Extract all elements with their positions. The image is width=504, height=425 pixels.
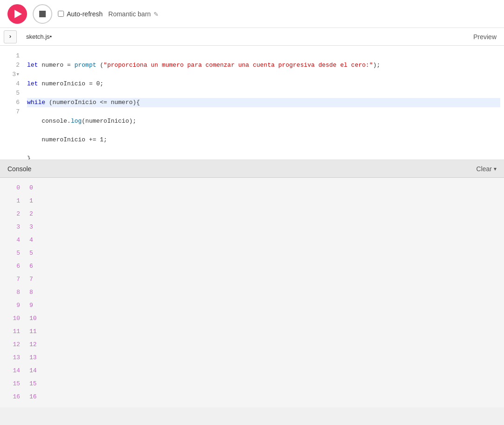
console-num-6: 6 [4,260,20,273]
console-num-17: 17 [4,404,20,407]
code-line-3: while (numeroInicio <= numero){ [27,98,500,107]
line-num-6: 6 [6,98,20,107]
console-val-12: 12 [29,338,500,351]
sketch-tab[interactable]: sketch.js• [21,31,57,42]
chevron-right-icon: › [8,33,12,40]
console-header: Console Clear ▾ [0,160,504,178]
console-val-17: 17 [29,404,500,407]
console-val-10: 10 [29,312,500,325]
console-val-0: 0 [29,181,500,195]
console-num-13: 13 [4,351,20,364]
auto-refresh-label[interactable]: Auto-refresh [58,10,103,18]
line-num-5: 5 [6,89,20,98]
run-button[interactable] [7,4,27,24]
console-val-13: 13 [29,351,500,364]
console-val-3: 3 [29,221,500,234]
code-line-2: let numeroInicio = 0; [27,79,500,89]
line-num-3: 3▾ [6,70,20,79]
console-num-7: 7 [4,273,20,286]
console-output: 0 1 2 3 4 5 6 7 8 9 10 11 12 13 14 15 16… [0,178,504,407]
console-num-12: 12 [4,338,20,351]
line-num-2: 2 [6,61,20,70]
stop-icon [39,11,46,17]
console-val-4: 4 [29,234,500,247]
toolbar: Auto-refresh Romantic barn ✎ [0,0,504,28]
console-val-7: 7 [29,273,500,286]
edit-icon: ✎ [154,11,159,18]
console-num-8: 8 [4,286,20,299]
console-val-2: 2 [29,208,500,221]
console-num-5: 5 [4,247,20,260]
line-num-7: 7 [6,107,20,117]
console-val-6: 6 [29,260,500,273]
console-num-10: 10 [4,312,20,325]
console-num-16: 16 [4,390,20,404]
console-num-11: 11 [4,325,20,338]
editor-area: 1 2 3▾ 4 5 6 7 let numero = prompt ("pro… [0,46,504,160]
stop-button[interactable] [33,4,52,24]
console-label: Console [7,165,31,173]
play-icon [14,10,22,18]
console-output-numbers: 0 1 2 3 4 5 6 7 8 9 10 11 12 13 14 15 16… [0,178,26,407]
tab-arrow-button[interactable]: › [4,30,17,43]
project-name: Romantic barn ✎ [108,10,159,18]
preview-button[interactable]: Preview [469,31,500,42]
console-num-9: 9 [4,299,20,312]
code-editor[interactable]: let numero = prompt ("proporciona un mum… [23,46,504,160]
code-line-5: numeroInicio += 1; [27,135,500,145]
chevron-down-icon: ▾ [494,166,497,172]
line-num-1: 1 [6,51,20,61]
code-line-4: console.log(numeroInicio); [27,117,500,126]
code-line-6: } [27,154,500,160]
console-val-9: 9 [29,299,500,312]
console-num-3: 3 [4,221,20,234]
console-num-4: 4 [4,234,20,247]
console-val-15: 15 [29,377,500,390]
tab-bar: › sketch.js• Preview [0,28,504,46]
console-val-5: 5 [29,247,500,260]
auto-refresh-checkbox[interactable] [58,11,64,17]
main-content: › sketch.js• Preview 1 2 3▾ 4 5 6 7 let … [0,28,504,407]
line-num-4: 4 [6,79,20,89]
clear-label: Clear [476,165,492,173]
console-container: Console Clear ▾ 0 1 2 3 4 5 6 7 8 9 10 1… [0,160,504,407]
console-val-1: 1 [29,195,500,208]
clear-button[interactable]: Clear ▾ [476,165,497,173]
console-val-11: 11 [29,325,500,338]
auto-refresh-text: Auto-refresh [67,10,103,18]
editor-line-numbers: 1 2 3▾ 4 5 6 7 [0,46,23,160]
console-num-14: 14 [4,364,20,377]
console-num-1: 1 [4,195,20,208]
console-output-values: 0 1 2 3 4 5 6 7 8 9 10 11 12 13 14 15 16… [26,178,504,407]
tab-modified-dot: • [50,33,52,40]
console-val-14: 14 [29,364,500,377]
console-num-0: 0 [4,181,20,195]
console-num-15: 15 [4,377,20,390]
console-num-2: 2 [4,208,20,221]
console-val-16: 16 [29,390,500,404]
tab-filename: sketch.js [26,33,50,40]
console-val-8: 8 [29,286,500,299]
code-line-1: let numero = prompt ("proporciona un mum… [27,61,500,70]
